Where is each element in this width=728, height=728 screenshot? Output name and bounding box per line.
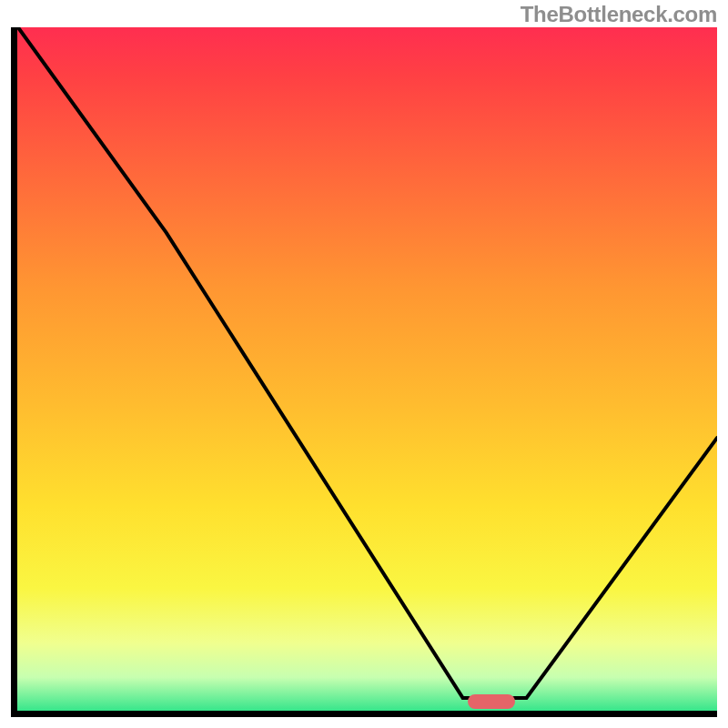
chart-container: TheBottleneck.com [0, 0, 728, 728]
plot-outer [11, 27, 717, 717]
optimal-marker [468, 694, 515, 709]
bottleneck-curve [11, 27, 717, 712]
curve-path [18, 27, 717, 698]
watermark-text: TheBottleneck.com [521, 2, 717, 27]
x-axis [11, 711, 717, 717]
